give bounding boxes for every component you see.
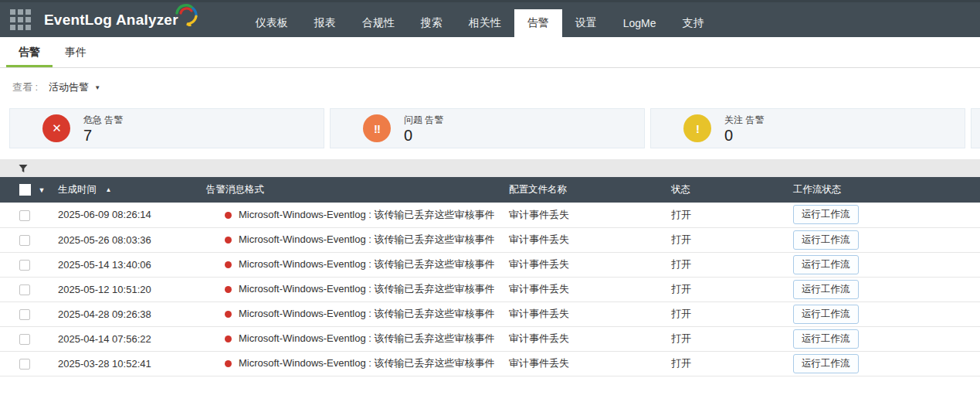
table-filter-bar — [0, 159, 980, 177]
severity-dot-icon — [225, 311, 232, 318]
critical-cross-icon: ✕ — [42, 114, 70, 142]
logo-swoosh-icon — [174, 3, 200, 26]
row-status: 打开 — [656, 227, 778, 252]
row-alert-message: Microsoft-Windows-Eventlog : 该传输已丢弃这些审核事… — [239, 233, 494, 245]
nav-search[interactable]: 搜索 — [408, 9, 456, 37]
row-status: 打开 — [656, 252, 778, 277]
card-critical-alerts[interactable]: ✕ 危急 告警 7 — [9, 108, 324, 148]
row-profile-name: 审计事件丢失 — [494, 203, 656, 227]
trouble-double-exclamation-icon: !! — [363, 114, 391, 142]
row-profile-name: 审计事件丢失 — [494, 227, 656, 252]
row-checkbox[interactable] — [19, 235, 30, 246]
nav-settings[interactable]: 设置 — [562, 9, 610, 37]
apps-grid-icon[interactable] — [10, 9, 31, 30]
column-alert-message-format[interactable]: 告警消息格式 — [192, 177, 494, 203]
row-profile-name: 审计事件丢失 — [494, 277, 656, 301]
nav-correlation[interactable]: 相关性 — [456, 9, 514, 37]
row-generated-time: 2025-04-28 09:26:38 — [43, 301, 192, 326]
row-alert-message: Microsoft-Windows-Eventlog : 该传输已丢弃这些审核事… — [239, 357, 494, 369]
severity-dot-icon — [225, 261, 232, 268]
row-status: 打开 — [656, 301, 778, 326]
severity-dot-icon — [225, 237, 232, 244]
row-alert-message: Microsoft-Windows-Eventlog : 该传输已丢弃这些审核事… — [239, 258, 494, 270]
nav-reports[interactable]: 报表 — [301, 9, 349, 37]
card-trouble-alerts[interactable]: !! 问题 告警 0 — [330, 108, 645, 148]
table-row[interactable]: 2025-04-14 07:56:22 Microsoft-Windows-Ev… — [0, 326, 980, 351]
row-checkbox[interactable] — [19, 210, 30, 221]
row-generated-time: 2025-05-12 10:51:20 — [43, 277, 192, 301]
checkbox-menu-caret-icon[interactable]: ▼ — [38, 186, 45, 194]
row-profile-name: 审计事件丢失 — [494, 326, 656, 351]
row-profile-name: 审计事件丢失 — [494, 301, 656, 326]
nav-compliance[interactable]: 合规性 — [349, 9, 408, 37]
main-nav: 仪表板 报表 合规性 搜索 相关性 告警 设置 LogMe 支持 — [242, 9, 717, 37]
nav-alerts[interactable]: 告警 — [514, 9, 562, 37]
product-name: EventLog Analyzer — [44, 12, 178, 29]
row-status: 打开 — [656, 277, 778, 301]
run-workflow-button[interactable]: 运行工作流 — [793, 305, 859, 324]
severity-dot-icon — [225, 360, 232, 367]
row-status: 打开 — [656, 326, 778, 351]
row-generated-time: 2025-05-26 08:03:36 — [43, 227, 192, 252]
severity-dot-icon — [225, 286, 232, 293]
row-profile-name: 审计事件丢失 — [494, 252, 656, 277]
filter-funnel-icon[interactable] — [19, 164, 28, 173]
attention-exclamation-icon: ! — [683, 114, 711, 142]
row-checkbox[interactable] — [19, 359, 30, 370]
column-profile-name[interactable]: 配置文件名称 — [494, 177, 656, 203]
nav-logme[interactable]: LogMe — [610, 9, 670, 37]
severity-dot-icon — [225, 212, 232, 219]
topbar: EventLog Analyzer 仪表板 报表 合规性 搜索 相关性 告警 设… — [0, 0, 980, 37]
card-attention-alerts[interactable]: ! 关注 告警 0 — [650, 108, 965, 148]
row-alert-message: Microsoft-Windows-Eventlog : 该传输已丢弃这些审核事… — [239, 209, 494, 220]
tab-alerts[interactable]: 告警 — [6, 37, 53, 67]
card-count: 7 — [83, 127, 123, 144]
table-row[interactable]: 2025-05-26 08:03:36 Microsoft-Windows-Ev… — [0, 227, 980, 252]
card-label: 问题 告警 — [404, 114, 443, 127]
subtab-bar: 告警 事件 — [0, 37, 980, 68]
column-workflow-status[interactable]: 工作流状态 — [778, 177, 980, 203]
column-generated-time[interactable]: 生成时间 ▲ — [43, 177, 192, 203]
view-dropdown[interactable]: 活动告警 ▼ — [49, 80, 100, 94]
table-row[interactable]: 2025-06-09 08:26:14 Microsoft-Windows-Ev… — [0, 203, 980, 227]
table-row[interactable]: 2025-05-12 10:51:20 Microsoft-Windows-Ev… — [0, 277, 980, 301]
run-workflow-button[interactable]: 运行工作流 — [793, 280, 859, 299]
row-generated-time: 2025-04-14 07:56:22 — [43, 326, 192, 351]
nav-dashboard[interactable]: 仪表板 — [242, 9, 301, 37]
table-row[interactable]: 2025-03-28 10:52:41 Microsoft-Windows-Ev… — [0, 351, 980, 376]
row-checkbox[interactable] — [19, 309, 30, 320]
select-all-checkbox[interactable] — [19, 184, 31, 196]
run-workflow-button[interactable]: 运行工作流 — [793, 329, 859, 349]
row-alert-message: Microsoft-Windows-Eventlog : 该传输已丢弃这些审核事… — [239, 332, 494, 344]
run-workflow-button[interactable]: 运行工作流 — [793, 205, 859, 224]
row-generated-time: 2025-06-09 08:26:14 — [43, 203, 192, 227]
sort-asc-icon[interactable]: ▲ — [105, 186, 111, 193]
table-row[interactable]: 2025-04-28 09:26:38 Microsoft-Windows-Ev… — [0, 301, 980, 326]
alerts-table: ▼ 生成时间 ▲ 告警消息格式 配置文件名称 状态 工作流状态 2025-06-… — [0, 177, 980, 376]
nav-support[interactable]: 支持 — [670, 9, 717, 37]
run-workflow-button[interactable]: 运行工作流 — [793, 230, 859, 250]
summary-cards: ✕ 危急 告警 7 !! 问题 告警 0 ! 关注 告警 0 — [0, 108, 980, 148]
row-generated-time: 2025-05-14 13:40:06 — [43, 252, 192, 277]
card-label: 危急 告警 — [83, 114, 123, 127]
table-header-row: ▼ 生成时间 ▲ 告警消息格式 配置文件名称 状态 工作流状态 — [0, 177, 980, 203]
table-body: 2025-06-09 08:26:14 Microsoft-Windows-Ev… — [0, 203, 980, 376]
row-checkbox[interactable] — [19, 334, 30, 345]
severity-dot-icon — [225, 336, 232, 342]
tab-events[interactable]: 事件 — [53, 37, 99, 67]
summary-card-cutoff — [971, 108, 980, 148]
row-status: 打开 — [656, 203, 778, 227]
row-checkbox[interactable] — [19, 260, 30, 271]
run-workflow-button[interactable]: 运行工作流 — [793, 255, 859, 274]
table-row[interactable]: 2025-05-14 13:40:06 Microsoft-Windows-Ev… — [0, 252, 980, 277]
column-status[interactable]: 状态 — [656, 177, 778, 203]
row-status: 打开 — [656, 351, 778, 376]
product-logo[interactable]: EventLog Analyzer — [44, 12, 200, 29]
row-alert-message: Microsoft-Windows-Eventlog : 该传输已丢弃这些审核事… — [239, 308, 494, 319]
row-alert-message: Microsoft-Windows-Eventlog : 该传输已丢弃这些审核事… — [239, 283, 494, 295]
run-workflow-button[interactable]: 运行工作流 — [793, 354, 859, 373]
view-label: 查看 : — [12, 80, 38, 94]
card-label: 关注 告警 — [724, 114, 764, 127]
card-count: 0 — [404, 127, 443, 144]
row-checkbox[interactable] — [19, 284, 30, 295]
